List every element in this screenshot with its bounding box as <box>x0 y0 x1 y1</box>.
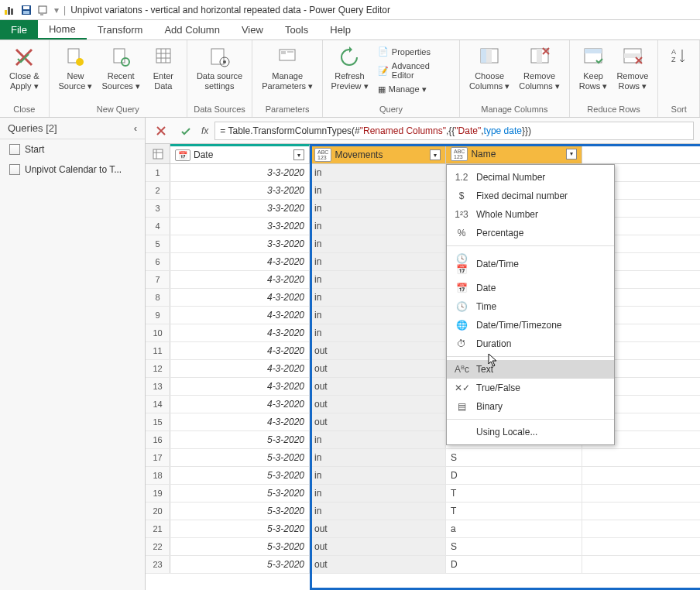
remove-rows-button[interactable]: Remove Rows ▾ <box>612 43 653 92</box>
cell-movements[interactable]: in <box>310 324 446 341</box>
table-row[interactable]: 13-3-2020in <box>146 164 700 182</box>
new-source-button[interactable]: New Source ▾ <box>54 43 98 92</box>
cell-date[interactable]: 5-3-2020 <box>170 520 310 537</box>
cell-movements[interactable]: in <box>310 200 446 217</box>
tab-file[interactable]: File <box>0 20 38 39</box>
cell-name[interactable]: T <box>446 485 582 502</box>
refresh-preview-button[interactable]: Refresh Preview ▾ <box>328 43 372 92</box>
type-menu-item[interactable]: 📅Date <box>447 279 614 297</box>
type-menu-item[interactable]: AᴮcText <box>447 360 614 379</box>
table-row[interactable]: 175-3-2020inS <box>146 449 700 467</box>
cell-date[interactable]: 5-3-2020 <box>170 467 310 484</box>
cell-movements[interactable]: in <box>310 467 446 484</box>
cell-movements[interactable]: out <box>310 342 446 359</box>
table-row[interactable]: 154-3-2020out <box>146 413 700 431</box>
cell-movements[interactable]: in <box>310 235 446 252</box>
cell-date[interactable]: 4-3-2020 <box>170 289 310 306</box>
cell-movements[interactable]: in <box>310 485 446 502</box>
properties-button[interactable]: 📄Properties <box>375 45 451 58</box>
table-row[interactable]: 185-3-2020inD <box>146 467 700 485</box>
cell-date[interactable]: 3-3-2020 <box>170 164 310 181</box>
cell-name[interactable]: D <box>446 467 582 484</box>
cell-movements[interactable]: in <box>310 271 446 288</box>
type-menu-item[interactable]: $Fixed decimal number <box>447 187 614 205</box>
enter-data-button[interactable]: Enter Data <box>145 43 182 92</box>
cell-date[interactable]: 4-3-2020 <box>170 307 310 324</box>
table-row[interactable]: 43-3-2020in <box>146 218 700 235</box>
cell-movements[interactable]: out <box>310 556 446 573</box>
recent-sources-button[interactable]: Recent Sources ▾ <box>97 43 144 92</box>
cell-movements[interactable]: out <box>310 378 446 395</box>
cell-date[interactable]: 4-3-2020 <box>170 324 310 341</box>
cell-date[interactable]: 4-3-2020 <box>170 396 310 413</box>
cell-name[interactable]: S <box>446 538 582 555</box>
cell-date[interactable]: 4-3-2020 <box>170 253 310 270</box>
cell-name[interactable]: D <box>446 556 582 573</box>
table-row[interactable]: 23-3-2020in <box>146 182 700 200</box>
table-row[interactable]: 205-3-2020inT <box>146 503 700 520</box>
table-row[interactable]: 165-3-2020ina <box>146 431 700 449</box>
keep-rows-button[interactable]: Keep Rows ▾ <box>575 43 612 92</box>
cell-date[interactable]: 5-3-2020 <box>170 503 310 520</box>
cell-date[interactable]: 5-3-2020 <box>170 485 310 502</box>
table-row[interactable]: 195-3-2020inT <box>146 485 700 503</box>
type-menu-item[interactable]: 🌐Date/Time/Timezone <box>447 316 614 334</box>
cell-name[interactable]: a <box>446 520 582 537</box>
table-row[interactable]: 114-3-2020out <box>146 342 700 360</box>
cell-date[interactable]: 4-3-2020 <box>170 271 310 288</box>
cell-date[interactable]: 3-3-2020 <box>170 182 310 199</box>
cell-date[interactable]: 5-3-2020 <box>170 556 310 573</box>
table-row[interactable]: 124-3-2020out <box>146 360 700 378</box>
cell-movements[interactable]: out <box>310 413 446 430</box>
query-item-unpivot[interactable]: Unpivot Calendar to T... <box>0 160 145 180</box>
cell-date[interactable]: 3-3-2020 <box>170 218 310 235</box>
query-item-start[interactable]: Start <box>0 139 145 160</box>
type-menu-item[interactable]: 1²3Whole Number <box>447 205 614 224</box>
sort-button[interactable]: AZ <box>663 43 695 73</box>
filter-dropdown[interactable]: ▾ <box>566 149 577 160</box>
customize-qat-icon[interactable] <box>37 4 50 16</box>
table-row[interactable]: 225-3-2020outS <box>146 538 700 556</box>
table-row[interactable]: 104-3-2020in <box>146 324 700 342</box>
type-menu-item[interactable]: 🕓Time <box>447 297 614 316</box>
tab-transform[interactable]: Transform <box>87 20 154 39</box>
filter-dropdown[interactable]: ▾ <box>293 149 304 160</box>
type-menu-item[interactable]: ✕✓True/False <box>447 379 614 397</box>
tab-tools[interactable]: Tools <box>274 20 319 39</box>
cell-movements[interactable]: in <box>310 289 446 306</box>
close-apply-button[interactable]: Close & Apply ▾ <box>5 43 44 92</box>
collapse-chevron-icon[interactable]: ‹ <box>134 122 137 134</box>
tab-help[interactable]: Help <box>319 20 362 39</box>
table-row[interactable]: 144-3-2020out <box>146 396 700 413</box>
cell-name[interactable]: S <box>446 449 582 466</box>
cell-date[interactable]: 3-3-2020 <box>170 235 310 252</box>
data-source-settings-button[interactable]: Data source settings <box>192 43 247 92</box>
table-row[interactable]: 94-3-2020in <box>146 307 700 324</box>
type-menu-item[interactable]: ▤Binary <box>447 397 614 416</box>
column-header-movements[interactable]: ABC 123 Movements ▾ <box>310 144 446 163</box>
cell-movements[interactable]: in <box>310 503 446 520</box>
cell-date[interactable]: 5-3-2020 <box>170 538 310 555</box>
table-row[interactable]: 33-3-2020in <box>146 200 700 218</box>
table-row[interactable]: 215-3-2020outa <box>146 520 700 538</box>
cell-movements[interactable]: out <box>310 538 446 555</box>
cell-movements[interactable]: out <box>310 396 446 413</box>
choose-columns-button[interactable]: Choose Columns ▾ <box>465 43 514 92</box>
remove-columns-button[interactable]: Remove Columns ▾ <box>514 43 564 92</box>
cell-movements[interactable]: in <box>310 431 446 448</box>
formula-input[interactable]: = Table.TransformColumnTypes(#"Renamed C… <box>214 122 694 140</box>
cell-movements[interactable]: in <box>310 164 446 181</box>
cell-date[interactable]: 5-3-2020 <box>170 449 310 466</box>
cell-date[interactable]: 5-3-2020 <box>170 431 310 448</box>
table-row[interactable]: 84-3-2020in <box>146 289 700 307</box>
cell-movements[interactable]: out <box>310 520 446 537</box>
table-icon-corner[interactable] <box>146 144 170 163</box>
cell-movements[interactable]: in <box>310 307 446 324</box>
table-row[interactable]: 53-3-2020in <box>146 235 700 253</box>
manage-parameters-button[interactable]: Manage Parameters ▾ <box>257 43 317 92</box>
advanced-editor-button[interactable]: 📝Advanced Editor <box>375 60 451 81</box>
cell-movements[interactable]: in <box>310 449 446 466</box>
cell-date[interactable]: 3-3-2020 <box>170 200 310 217</box>
table-row[interactable]: 235-3-2020outD <box>146 556 700 574</box>
table-row[interactable]: 74-3-2020in <box>146 271 700 289</box>
